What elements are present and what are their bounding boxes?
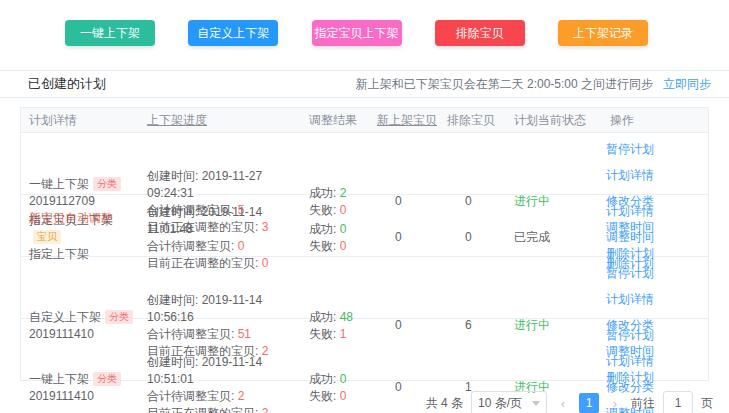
excluded-count: 6 — [439, 309, 506, 342]
plan-tag: 分类 — [93, 177, 121, 191]
specified-item-onoff-shelf-button[interactable]: 指定宝贝上下架 — [312, 20, 402, 46]
adjusting-label: 目前正在调整的宝贝: — [147, 256, 262, 270]
excluded-count: 0 — [439, 221, 506, 254]
new-items-count: 0 — [369, 221, 439, 254]
total-count: 共 4 条 — [426, 395, 463, 412]
pending-label: 合计待调整宝贝: — [147, 327, 238, 341]
plan-details-link[interactable]: 计划详情 — [606, 167, 654, 184]
adjust-result: 成功: 48 失败: 1 — [301, 301, 369, 351]
plan-details-link[interactable]: 计划详情 — [606, 291, 654, 308]
plan-id: 2019111410 — [29, 388, 139, 405]
col-plan-details: 计划详情 — [21, 112, 139, 129]
plan-name: 指定宝贝上下架 — [29, 213, 113, 227]
page-size-select[interactable]: 10 条/页 — [471, 391, 547, 413]
plan-tag: 宝贝 — [33, 230, 61, 244]
next-page-icon[interactable]: › — [607, 396, 623, 411]
plan-tag: 分类 — [93, 372, 121, 386]
pause-plan-link[interactable]: 暂停计划 — [606, 265, 654, 282]
success-label: 成功: — [309, 186, 340, 200]
pending-value: 2 — [238, 389, 245, 403]
pending-value: 51 — [238, 327, 251, 341]
success-value: 0 — [340, 222, 347, 236]
plan-details-link[interactable]: 计划详情 — [606, 203, 654, 220]
created-label: 创建时间: — [147, 355, 202, 369]
plan-id: 指定上下架 — [29, 246, 139, 263]
plan-details: 一键上下架分类 2019111410 — [21, 363, 139, 413]
success-value: 2 — [340, 186, 347, 200]
created-label: 创建时间: — [147, 205, 202, 219]
plans-table: 计划详情 上下架进度 调整结果 新上架宝贝 排除宝贝 计划当前状态 操作 一键上… — [20, 107, 709, 381]
col-adjust-result: 调整结果 — [301, 112, 369, 129]
plan-details: 指定宝贝上下架宝贝 指定上下架 — [21, 204, 139, 271]
panel-title: 已创建的计划 — [28, 75, 106, 93]
status-badge: 已完成 — [506, 221, 602, 254]
sync-now-link[interactable]: 立即同步 — [663, 76, 711, 93]
table-row: 一键上下架分类 2019112709 新宝贝自动调整 创建时间: 2019-11… — [21, 133, 708, 195]
fail-value: 0 — [340, 389, 347, 403]
col-plan-status: 计划当前状态 — [506, 112, 602, 129]
status-badge: 进行中 — [506, 309, 602, 342]
goto-page-input[interactable] — [663, 391, 693, 413]
success-label: 成功: — [309, 310, 340, 324]
col-excluded-items: 排除宝贝 — [439, 112, 506, 129]
success-value: 0 — [340, 372, 347, 386]
created-label: 创建时间: — [147, 293, 202, 307]
adjust-time-link[interactable]: 调整时间 — [606, 229, 654, 246]
exclude-items-button[interactable]: 排除宝贝 — [435, 20, 525, 46]
shelf-progress: 创建时间: 2019-11-14 10:51:01 合计待调整宝贝: 2 目前正… — [139, 346, 301, 413]
col-actions: 操作 — [602, 112, 708, 129]
pending-value: 0 — [238, 239, 245, 253]
created-label: 创建时间: — [147, 169, 202, 183]
plan-id: 2019111410 — [29, 326, 139, 343]
sync-note: 新上架和已下架宝贝会在第二天 2:00-5:00 之间进行同步 — [356, 76, 653, 93]
onoff-shelf-records-button[interactable]: 上下架记录 — [558, 20, 648, 46]
adjust-result: 成功: 0 失败: 0 — [301, 363, 369, 413]
panel-header: 已创建的计划 新上架和已下架宝贝会在第二天 2:00-5:00 之间进行同步 立… — [0, 70, 729, 98]
modify-category-link[interactable]: 修改分类 — [606, 379, 654, 396]
shelf-progress: 创建时间: 2019-11-14 11:01:48 合计待调整宝贝: 0 目前正… — [139, 196, 301, 280]
plan-name: 一键上下架 — [29, 372, 89, 386]
chevron-down-icon — [532, 401, 540, 406]
table-header-row: 计划详情 上下架进度 调整结果 新上架宝贝 排除宝贝 计划当前状态 操作 — [21, 108, 708, 133]
adjusting-value: 2 — [262, 406, 269, 413]
excluded-count: 0 — [439, 185, 506, 218]
fail-value: 1 — [340, 327, 347, 341]
plan-details: 自定义上下架分类 2019111410 — [21, 301, 139, 351]
status-badge: 进行中 — [506, 185, 602, 218]
pending-label: 合计待调整宝贝: — [147, 389, 238, 403]
page-unit-label: 页 — [701, 395, 713, 412]
page-number-button[interactable]: 1 — [579, 393, 599, 413]
plan-details-link[interactable]: 计划详情 — [606, 353, 654, 370]
adjusting-value: 0 — [262, 256, 269, 270]
col-new-items: 新上架宝贝 — [369, 112, 439, 129]
new-items-count: 0 — [369, 185, 439, 218]
toolbar: 一键上下架 自定义上下架 指定宝贝上下架 排除宝贝 上下架记录 — [65, 20, 648, 46]
adjusting-label: 目前正在调整的宝贝: — [147, 406, 262, 413]
fail-label: 失败: — [309, 389, 340, 403]
adjust-result: 成功: 0 失败: 0 — [301, 213, 369, 263]
pending-label: 合计待调整宝贝: — [147, 239, 238, 253]
custom-onoff-shelf-button[interactable]: 自定义上下架 — [188, 20, 278, 46]
pause-plan-link[interactable]: 暂停计划 — [606, 141, 654, 158]
fail-label: 失败: — [309, 327, 340, 341]
pause-plan-link[interactable]: 暂停计划 — [606, 327, 654, 344]
one-key-onoff-shelf-button[interactable]: 一键上下架 — [65, 20, 155, 46]
col-shelf-progress: 上下架进度 — [139, 112, 301, 129]
success-label: 成功: — [309, 222, 340, 236]
page-size-value: 10 条/页 — [478, 395, 522, 412]
goto-label: 前往 — [631, 395, 655, 412]
prev-page-icon[interactable]: ‹ — [555, 396, 571, 411]
plan-tag: 分类 — [105, 310, 133, 324]
plan-name: 自定义上下架 — [29, 310, 101, 324]
fail-label: 失败: — [309, 239, 340, 253]
plan-name: 一键上下架 — [29, 177, 89, 191]
success-label: 成功: — [309, 372, 340, 386]
success-value: 48 — [340, 310, 353, 324]
fail-value: 0 — [340, 239, 347, 253]
new-items-count: 0 — [369, 309, 439, 342]
